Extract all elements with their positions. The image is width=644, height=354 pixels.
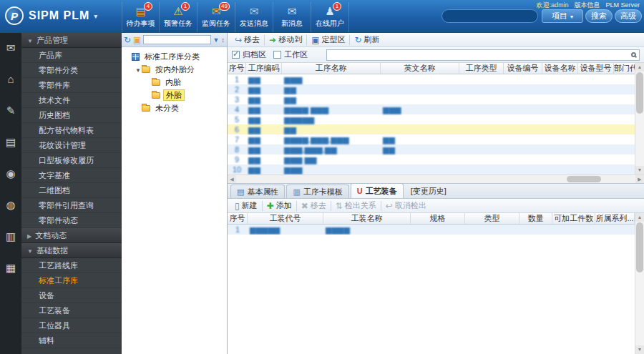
sidebar-item-工艺路线库[interactable]: 工艺路线库 — [21, 258, 122, 273]
table-row[interactable]: 4▆▆▆▆▆▆ ▆▆▆▆▆▆ — [228, 104, 635, 114]
nav-item-review-tasks[interactable]: ✉监阅任务49 — [197, 2, 235, 32]
edit-icon[interactable]: ✎ — [6, 104, 16, 117]
tree-node-标准工序库分类[interactable]: 标准工序库分类 — [122, 50, 227, 63]
column-header-序号[interactable]: 序号 — [228, 63, 246, 74]
add-button[interactable]: ✚添加 — [263, 200, 296, 212]
scrollbar-thumb[interactable] — [636, 222, 643, 272]
column-header-设备型号[interactable]: 设备型号 — [578, 63, 614, 74]
new-button[interactable]: ▯新建 — [230, 200, 262, 212]
sidebar-item-辅料[interactable]: 辅料 — [21, 333, 122, 348]
nav-item-send-message[interactable]: ✉发送消息 — [235, 2, 273, 32]
global-search-input[interactable] — [441, 9, 538, 23]
header-link[interactable]: PLM Server — [605, 1, 640, 9]
nav-item-todo-tasks[interactable]: ▤待办事项4 — [122, 2, 160, 32]
table-row[interactable]: 9▆▆▆▆▆ ▆▆ — [228, 154, 635, 164]
chevron-down-icon[interactable]: ▾ — [94, 12, 97, 20]
scroll-down-icon[interactable]: ▼ — [635, 345, 644, 354]
sidebar-section-文档动态[interactable]: ▶文档动态 — [21, 228, 122, 243]
sidebar-section-产品管理[interactable]: ▼产品管理 — [21, 33, 122, 48]
panel-icon[interactable]: ▦ — [6, 262, 16, 275]
sidebar-item-工艺装备[interactable]: 工艺装备 — [21, 303, 122, 318]
filter-icon[interactable]: ▼ — [213, 36, 220, 44]
broadcast-icon[interactable]: ◍ — [6, 199, 15, 212]
shaping-button[interactable]: ▣定型区 — [307, 34, 349, 46]
scroll-down-icon[interactable]: ▼ — [635, 166, 644, 174]
sidebar-item-技术文件[interactable]: 技术文件 — [21, 93, 122, 108]
sidebar-item-历史图档[interactable]: 历史图档 — [21, 108, 122, 123]
column-header-序号[interactable]: 序号 — [228, 213, 248, 225]
column-header-类型[interactable]: 类型 — [465, 213, 519, 225]
column-header-设备名称[interactable]: 设备名称 — [542, 63, 578, 74]
tree-node-按内外胎分[interactable]: ▼按内外胎分 — [122, 63, 227, 76]
header-link[interactable]: 版本信息 — [574, 1, 600, 9]
refresh-button[interactable]: ↻刷新 — [350, 34, 384, 46]
column-header-所属系列...[interactable]: 所属系列... — [595, 213, 635, 225]
locate-icon[interactable]: ↕ — [222, 36, 225, 44]
column-header-规格[interactable]: 规格 — [411, 213, 465, 225]
process-table-vscrollbar[interactable]: ▲ ▼ — [635, 63, 644, 174]
checkbox-icon[interactable] — [273, 51, 281, 59]
book-icon[interactable]: ▥ — [6, 230, 16, 243]
tree-node-外胎[interactable]: 外胎 — [122, 89, 227, 102]
sidebar-item-文字基准[interactable]: 文字基准 — [21, 168, 122, 183]
checkbox-工作区[interactable]: 工作区 — [273, 50, 308, 59]
sidebar-item-零部件库[interactable]: 零部件库 — [21, 78, 122, 93]
scrollbar-thumb[interactable] — [567, 176, 601, 182]
tab-基本属性[interactable]: ▤基本属性 — [230, 185, 285, 198]
sidebar-item-零部件分类[interactable]: 零部件分类 — [21, 63, 122, 78]
tooling-table-vscrollbar[interactable]: ▲ ▼ — [635, 213, 644, 354]
sidebar-item-配方替代物料表[interactable]: 配方替代物料表 — [21, 123, 122, 138]
table-row[interactable]: 2▆▆▆▆ — [228, 84, 635, 94]
app-logo[interactable]: P SIPM PLM ▾ — [5, 6, 97, 25]
expander-icon[interactable]: ▼ — [135, 64, 142, 77]
table-row[interactable]: 1▆▆▆▆▆▆▆▆▆ — [228, 225, 635, 235]
scroll-up-icon[interactable]: ▲ — [635, 213, 644, 222]
tab-工艺装备[interactable]: U工艺装备 — [351, 183, 404, 198]
column-header-设备编号[interactable]: 设备编号 — [504, 63, 542, 74]
table-row[interactable]: 7▆▆▆▆▆▆,▆▆▆,▆▆▆▆▆ — [228, 134, 635, 144]
sidebar-item-标准工序库[interactable]: 标准工序库 — [21, 273, 122, 288]
comment-icon[interactable]: ✉ — [6, 41, 16, 54]
move-to-button[interactable]: ➜移动到 — [265, 34, 306, 46]
table-search-box[interactable] — [326, 49, 640, 61]
search-button[interactable]: 搜索 — [585, 9, 613, 23]
checkbox-归档区[interactable]: 归档区 — [232, 50, 266, 59]
scroll-up-icon[interactable]: ▲ — [635, 63, 644, 72]
column-header-英文名称[interactable]: 英文名称 — [381, 63, 459, 74]
column-header-工序编码[interactable]: 工序编码 — [246, 63, 282, 74]
checkbox-icon[interactable] — [232, 51, 240, 59]
table-row[interactable]: 5▆▆▆▆▆▆▆ — [228, 114, 635, 124]
message-icon[interactable]: ◉ — [6, 167, 15, 180]
sidebar-section-基础数据[interactable]: ▼基础数据 — [21, 243, 122, 258]
table-row[interactable]: 1▆▆▆▆▆ — [228, 74, 635, 84]
nav-item-new-message[interactable]: ✉新消息 — [273, 2, 311, 32]
column-header-工序类型[interactable]: 工序类型 — [459, 63, 504, 74]
column-header-可加工件数[interactable]: 可加工件数 — [552, 213, 595, 225]
sidebar-item-工位器具[interactable]: 工位器具 — [21, 318, 122, 333]
scrollbar-thumb[interactable] — [636, 72, 643, 114]
tree-node-未分类[interactable]: 未分类 — [122, 102, 227, 114]
advanced-search-button[interactable]: 高级 — [615, 9, 642, 23]
sidebar-item-花纹设计管理[interactable]: 花纹设计管理 — [21, 138, 122, 153]
table-row[interactable]: 8▆▆▆▆▆,▆▆▆,▆▆▆▆ — [228, 144, 635, 154]
table-row[interactable]: 10▆▆▆▆▆ — [228, 164, 635, 174]
sidebar-item-零部件引用查询[interactable]: 零部件引用查询 — [21, 198, 122, 213]
sidebar-item-零部件动态[interactable]: 零部件动态 — [21, 213, 122, 228]
nav-item-online-users[interactable]: ♟在线用户1 — [311, 2, 349, 32]
folder-icon[interactable]: ▣ — [133, 36, 141, 44]
sidebar-item-二维图档[interactable]: 二维图档 — [21, 183, 122, 198]
table-row[interactable]: 3▆▆▆▆ — [228, 94, 635, 104]
tab-工序卡模板[interactable]: ▥工序卡模板 — [286, 185, 348, 198]
tree-filter-input[interactable] — [143, 35, 210, 44]
table-row[interactable]: 6▆▆▆▆ — [228, 124, 635, 134]
tree-node-内胎[interactable]: 内胎 — [122, 76, 227, 89]
column-header-数量[interactable]: 数量 — [519, 213, 552, 225]
sidebar-item-口型板修改履历[interactable]: 口型板修改履历 — [21, 153, 122, 168]
column-header-部门代...[interactable]: 部门代... — [614, 63, 635, 74]
home-icon[interactable]: ⌂ — [7, 73, 14, 86]
column-header-工装代号[interactable]: 工装代号 — [248, 213, 323, 225]
database-icon[interactable]: ▤ — [6, 136, 16, 149]
process-table-hscrollbar[interactable]: ◀ ▶ — [228, 174, 644, 183]
column-header-工序名称[interactable]: 工序名称 — [282, 63, 381, 74]
search-scope-select[interactable]: 项目▾ — [542, 9, 583, 23]
